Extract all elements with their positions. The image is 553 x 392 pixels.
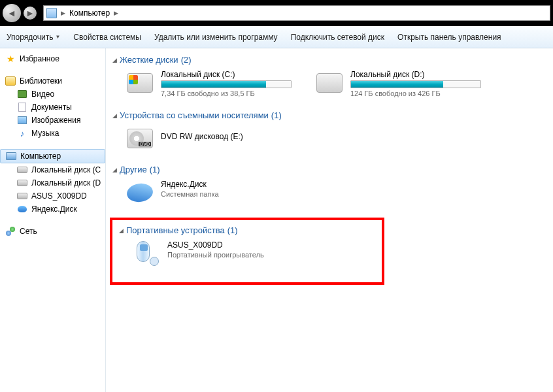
device-subtitle: Портативный проигрыватель	[167, 251, 302, 259]
section-title: Портативные устройства	[126, 225, 225, 235]
dvd-drive[interactable]: DVD DVD RW дисковод (E:)	[126, 125, 295, 152]
uninstall-program-button[interactable]: Удалить или изменить программу	[154, 33, 278, 42]
content-pane: ◢ Жесткие диски (2) Локальный диск (C:) …	[106, 48, 553, 392]
yandex-disk-item[interactable]: Яндекс.Диск Системная папка	[126, 180, 295, 206]
navigation-pane: ★ Избранное Библиотеки Видео Документы И…	[0, 48, 106, 392]
hdd-icon	[17, 165, 27, 175]
section-header-removable[interactable]: ◢ Устройства со съемными носителями (1)	[112, 109, 546, 122]
drive-c[interactable]: Локальный диск (C:) 7,34 ГБ свободно из …	[126, 70, 295, 97]
hdd-icon	[315, 70, 344, 96]
drive-d[interactable]: Локальный диск (D:) 124 ГБ свободно из 4…	[315, 70, 485, 97]
drive-name: Локальный диск (C:)	[161, 70, 295, 79]
system-properties-button[interactable]: Свойства системы	[73, 33, 141, 42]
section-title: Другие	[120, 165, 147, 174]
computer-icon	[46, 8, 57, 18]
sidebar-label: ASUS_X009DD	[31, 191, 87, 201]
sidebar-item-drive-c[interactable]: Локальный диск (C	[0, 163, 105, 176]
portable-player-icon	[132, 240, 161, 267]
sidebar-label: Яндекс.Диск	[31, 204, 77, 214]
sidebar-label: Видео	[31, 90, 54, 99]
sidebar-libraries[interactable]: Библиотеки	[0, 74, 105, 88]
chevron-right-icon: ▶	[114, 10, 118, 16]
star-icon: ★	[5, 54, 16, 64]
sidebar-label: Музыка	[31, 129, 59, 138]
sidebar-label: Документы	[31, 103, 72, 112]
document-icon	[17, 102, 27, 112]
network-icon	[5, 226, 16, 237]
sidebar-item-drive-d[interactable]: Локальный диск (D	[0, 176, 105, 189]
dvd-icon: DVD	[126, 125, 154, 152]
sidebar-item-yandex-disk[interactable]: Яндекс.Диск	[0, 203, 105, 216]
sidebar-label: Локальный диск (C	[31, 165, 101, 174]
organize-menu[interactable]: Упорядочить▼	[7, 33, 60, 42]
hdd-icon	[17, 178, 27, 188]
capacity-bar	[350, 80, 481, 88]
libraries-icon	[5, 76, 16, 86]
sidebar-item-images[interactable]: Изображения	[0, 114, 105, 127]
section-title: Устройства со съемными носителями	[120, 110, 269, 120]
forward-button[interactable]: ►	[24, 7, 37, 20]
arrow-right-icon: ►	[25, 8, 35, 18]
organize-label: Упорядочить	[7, 33, 53, 42]
device-name: ASUS_X009DD	[167, 240, 302, 250]
sidebar-label: Библиотеки	[20, 76, 62, 86]
computer-icon	[6, 151, 16, 161]
device-icon	[17, 191, 27, 201]
section-header-hdd[interactable]: ◢ Жесткие диски (2)	[112, 54, 546, 66]
section-title: Жесткие диски	[120, 55, 178, 65]
chevron-right-icon: ▶	[61, 10, 65, 16]
section-count: (1)	[150, 165, 160, 174]
section-count: (2)	[181, 55, 192, 65]
highlight-annotation: ◢ Портативные устройства (1) ASUS_X009DD…	[110, 218, 384, 285]
capacity-bar	[161, 80, 292, 88]
sidebar-item-music[interactable]: ♪Музыка	[0, 127, 105, 140]
sidebar-label: Избранное	[20, 54, 59, 63]
sidebar-label: Локальный диск (D	[31, 178, 101, 188]
address-segment[interactable]: Компьютер	[69, 8, 110, 18]
sidebar-label: Изображения	[31, 116, 80, 125]
toolbar: Упорядочить▼ Свойства системы Удалить ил…	[0, 26, 553, 48]
map-network-drive-button[interactable]: Подключить сетевой диск	[291, 33, 384, 42]
collapse-icon: ◢	[112, 167, 117, 173]
back-button[interactable]: ◄	[3, 4, 21, 22]
address-bar[interactable]: ▶ Компьютер ▶	[43, 5, 550, 21]
image-icon	[17, 115, 27, 125]
yandex-disk-icon	[17, 204, 27, 214]
yandex-disk-icon	[126, 180, 154, 206]
sidebar-item-asus-device[interactable]: ASUS_X009DD	[0, 189, 105, 203]
section-count: (1)	[271, 110, 282, 120]
drive-name: Яндекс.Диск	[161, 180, 295, 189]
sidebar-computer[interactable]: Компьютер	[0, 149, 105, 163]
collapse-icon: ◢	[119, 227, 124, 234]
drive-free-space: 7,34 ГБ свободно из 38,5 ГБ	[161, 90, 295, 97]
portable-device-asus[interactable]: ASUS_X009DD Портативный проигрыватель	[132, 240, 302, 267]
hdd-icon	[126, 70, 154, 96]
drive-name: Локальный диск (D:)	[350, 70, 485, 79]
sidebar-label: Компьютер	[20, 152, 61, 161]
dvd-badge: DVD	[139, 142, 151, 146]
sidebar-favorites[interactable]: ★ Избранное	[0, 52, 105, 65]
section-count: (1)	[227, 225, 238, 235]
sidebar-item-video[interactable]: Видео	[0, 88, 105, 101]
open-control-panel-button[interactable]: Открыть панель управления	[397, 33, 501, 42]
drive-free-space: 124 ГБ свободно из 426 ГБ	[350, 90, 485, 97]
collapse-icon: ◢	[112, 112, 117, 119]
section-header-other[interactable]: ◢ Другие (1)	[112, 163, 546, 176]
drive-subtitle: Системная папка	[161, 190, 295, 198]
video-icon	[17, 89, 27, 99]
sidebar-label: Сеть	[20, 227, 37, 236]
music-icon: ♪	[17, 128, 27, 139]
sidebar-item-documents[interactable]: Документы	[0, 101, 105, 114]
section-header-portable[interactable]: ◢ Портативные устройства (1)	[119, 224, 375, 237]
sidebar-network[interactable]: Сеть	[0, 225, 105, 238]
caret-down-icon: ▼	[55, 34, 60, 40]
drive-name: DVD RW дисковод (E:)	[161, 132, 295, 141]
collapse-icon: ◢	[112, 57, 117, 63]
arrow-left-icon: ◄	[7, 8, 16, 18]
